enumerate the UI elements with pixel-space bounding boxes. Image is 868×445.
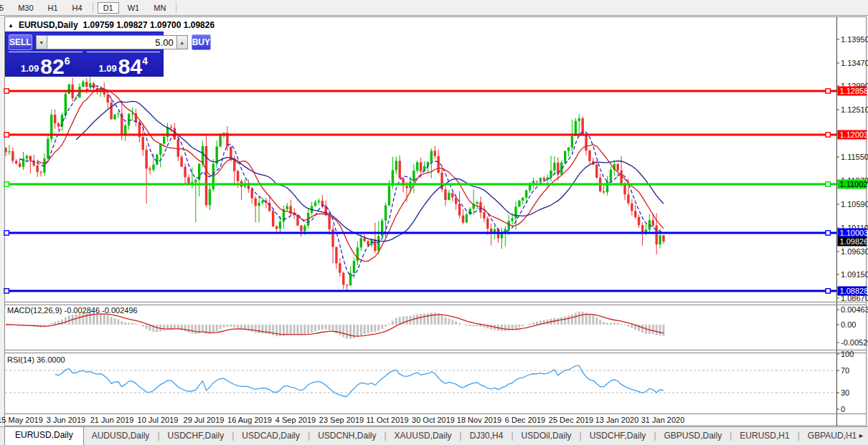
timeframe-button-h4[interactable]: H4	[67, 2, 88, 14]
tab-usdcad-daily[interactable]: USDCAD,Daily	[234, 428, 308, 445]
date-label: 11 Oct 2019	[366, 416, 408, 424]
tab-usdoil-daily[interactable]: USDOil,Daily	[514, 428, 580, 445]
svg-text:30: 30	[841, 388, 849, 397]
tab-audusd-daily[interactable]: AUDUSD,Daily	[84, 428, 158, 445]
tab-usdchf-daily-2[interactable]: USDCHF,Daily	[582, 428, 654, 445]
date-label: 13 Jan 2020	[595, 416, 639, 424]
svg-text:1.11002: 1.11002	[840, 180, 868, 188]
svg-text:1.12510: 1.12510	[841, 105, 868, 114]
date-axis[interactable]: 15 May 20193 Jun 201921 Jun 201910 Jul 2…	[0, 416, 684, 424]
date-label: 16 Aug 2019	[227, 416, 272, 424]
symbol-tab-bar: EURUSD,Daily AUDUSD,Daily | USDCHF,Daily…	[0, 426, 868, 445]
tab-gbpusd-daily[interactable]: GBPUSD,Daily	[656, 428, 730, 445]
svg-text:1.11550: 1.11550	[841, 153, 868, 161]
timeframe-button-m5[interactable]: 5	[0, 2, 9, 14]
tab-eurusd-h1[interactable]: EURUSD,H1	[732, 428, 797, 445]
chart-ohlc-values: 1.09759 1.09827 1.09700 1.09826	[83, 20, 215, 30]
buy-price-prefix: 1.09	[99, 63, 117, 74]
macd-label: MACD(12,26,9) -0.002846 -0.002496	[7, 306, 138, 315]
date-label: 25 Dec 2019	[549, 416, 593, 424]
timeframe-button-h1[interactable]: H1	[42, 2, 64, 14]
date-label: 15 May 2019	[0, 416, 43, 424]
svg-text:1.09630: 1.09630	[841, 247, 868, 256]
svg-text:1.12003: 1.12003	[840, 130, 868, 139]
toolbar-separator	[176, 2, 176, 13]
svg-text:0.00463: 0.00463	[841, 305, 868, 314]
chart-symbol-title: EURUSD,Daily	[19, 20, 78, 30]
down-arrow-icon: ▼	[39, 40, 44, 45]
collapse-trade-panel-icon[interactable]: ▲	[8, 22, 14, 29]
timeframe-toolbar: 5 M30 H1 H4 D1 W1 MN	[0, 0, 868, 16]
chart-window	[5, 17, 867, 426]
tab-xauusd-daily[interactable]: XAUUSD,Daily	[387, 428, 460, 445]
rsi-label: RSI(14) 36.0000	[7, 355, 65, 364]
volume-stepper: ▼ ▲	[36, 35, 188, 49]
timeframe-button-d1[interactable]: D1	[98, 2, 119, 14]
buy-button[interactable]: BUY	[192, 34, 211, 50]
date-label: 23 Sep 2019	[319, 416, 364, 424]
date-label: 18 Nov 2019	[457, 416, 501, 424]
tab-eurusd-daily[interactable]: EURUSD,Daily	[4, 426, 84, 445]
date-label: 31 Jan 2020	[641, 416, 685, 424]
buy-price-pip: 4	[142, 55, 148, 67]
date-label: 29 Jul 2019	[184, 416, 225, 424]
svg-text:0: 0	[841, 405, 845, 413]
sell-price-big: 82	[40, 57, 64, 76]
svg-text:1.13950: 1.13950	[841, 35, 868, 44]
one-click-trading-panel: SELL ▼ ▲ BUY 1.09 82 6 1.09 84 4	[5, 32, 164, 77]
svg-text:70: 70	[841, 366, 849, 375]
svg-text:1.13470: 1.13470	[841, 59, 868, 67]
volume-decrease-button[interactable]: ▼	[36, 35, 47, 49]
sell-price-display[interactable]: 1.09 82 6	[9, 52, 82, 76]
volume-input[interactable]	[47, 35, 176, 49]
svg-text:0.00: 0.00	[841, 320, 856, 329]
volume-increase-button[interactable]: ▲	[176, 35, 188, 49]
tab-usdchf-daily[interactable]: USDCHF,Daily	[160, 428, 232, 445]
svg-text:1.09826: 1.09826	[840, 237, 868, 246]
tabs-scroll-left-icon[interactable]: ◄	[843, 432, 849, 439]
chart-title-bar: ▲ EURUSD,Daily 1.09759 1.09827 1.09700 1…	[8, 20, 214, 30]
tabs-scroll-right-icon[interactable]: ►	[858, 432, 864, 439]
up-arrow-icon: ▲	[179, 40, 184, 45]
timeframe-button-m30[interactable]: M30	[12, 2, 39, 14]
date-label: 21 Jun 2019	[90, 416, 134, 424]
svg-text:100: 100	[841, 350, 854, 358]
svg-text:1.08828: 1.08828	[840, 287, 868, 295]
date-label: 3 Jun 2019	[47, 416, 85, 424]
date-label: 10 Jul 2019	[138, 416, 179, 424]
svg-text:1.12858: 1.12858	[840, 87, 868, 95]
date-label: 4 Sep 2019	[275, 416, 316, 424]
toolbar-separator	[93, 2, 93, 13]
svg-text:-0.005299: -0.005299	[841, 338, 868, 347]
tab-usdcnh-daily[interactable]: USDCNH,Daily	[310, 428, 384, 445]
date-label: 6 Dec 2019	[505, 416, 545, 424]
timeframe-button-w1[interactable]: W1	[122, 2, 146, 14]
buy-price-big: 84	[118, 57, 142, 76]
svg-text:1.10590: 1.10590	[841, 200, 868, 209]
sell-price-prefix: 1.09	[21, 63, 39, 74]
tab-dj30-h4[interactable]: DJ30,H4	[462, 428, 511, 445]
svg-text:1.10003: 1.10003	[840, 229, 868, 237]
timeframe-button-mn[interactable]: MN	[148, 2, 171, 14]
sell-price-pip: 6	[65, 55, 70, 67]
sell-button[interactable]: SELL	[9, 34, 32, 50]
buy-price-display[interactable]: 1.09 84 4	[87, 52, 161, 76]
date-label: 30 Oct 2019	[412, 416, 455, 424]
svg-text:1.09150: 1.09150	[841, 270, 868, 279]
